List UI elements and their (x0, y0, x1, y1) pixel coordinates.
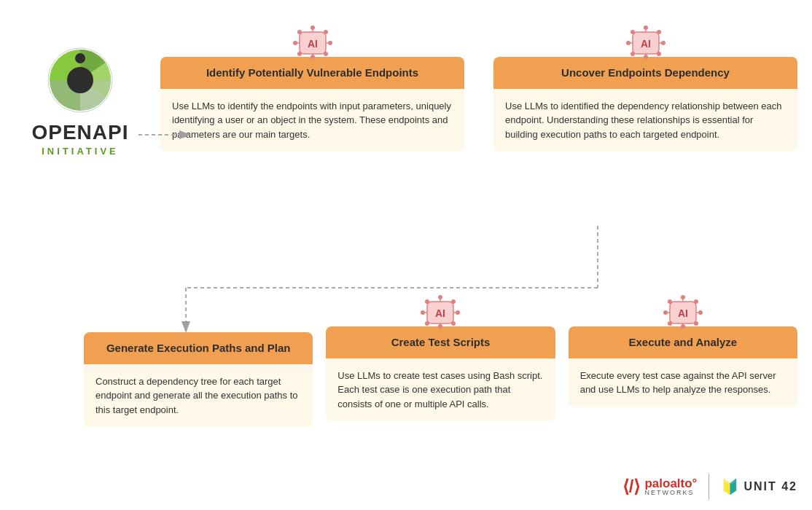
create-box-container: AI Create Test Scripts Use LLMs to creat… (326, 291, 555, 427)
svg-point-15 (324, 30, 328, 34)
execute-body: Execute every test case against the API … (569, 358, 797, 407)
generate-body: Construct a dependency tree for each tar… (84, 364, 313, 428)
identify-card: Identify Potentially Vulnerable Endpoint… (160, 57, 464, 152)
generate-header: Generate Execution Paths and Plan (84, 332, 313, 364)
svg-text:AI: AI (641, 38, 651, 50)
footer-divider (708, 474, 709, 500)
ai-icon-uncover: AI (625, 22, 666, 63)
uncover-box-container: AI Uncover Endpoints Dependency Use LLMs… (493, 22, 797, 152)
logo-initiative-text: INITIATIVE (42, 146, 118, 157)
svg-text:AI: AI (435, 307, 445, 319)
svg-point-45 (451, 321, 456, 326)
svg-point-16 (297, 52, 302, 56)
logo-area: OPENAPI INITIATIVE (22, 44, 138, 157)
svg-text:AI: AI (308, 38, 318, 50)
generate-box-container: Generate Execution Paths and Plan Constr… (84, 332, 313, 427)
ai-icon-create: AI (420, 291, 461, 332)
svg-point-17 (324, 52, 328, 56)
logo-openapi-text: OPENAPI (31, 121, 128, 144)
paloalto-networks-text: NETWORKS (644, 490, 697, 496)
svg-point-14 (297, 30, 302, 34)
execute-box-container: AI Execute and Analyze Execute every tes… (569, 291, 797, 427)
identify-box-container: AI Identify Potentially Vulnerable Endpo… (160, 22, 464, 152)
svg-point-57 (694, 299, 698, 304)
openapi-logo-icon (44, 44, 117, 117)
svg-point-42 (425, 299, 429, 304)
page: OPENAPI INITIATIVE AI (0, 0, 812, 510)
svg-point-58 (668, 321, 672, 326)
svg-point-56 (668, 299, 672, 304)
svg-point-59 (694, 321, 698, 326)
footer: ⟨/⟩ paloalto° NETWORKS 🔰 UNIT 42 (622, 474, 797, 500)
uncover-body: Use LLMs to identified the dependency re… (493, 89, 797, 152)
create-card: Create Test Scripts Use LLMs to create t… (326, 326, 555, 421)
create-body: Use LLMs to create test cases using Bash… (326, 358, 555, 422)
unit42-text: UNIT 42 (743, 480, 797, 493)
svg-point-43 (451, 299, 456, 304)
ai-icon-identify: AI (292, 22, 333, 63)
svg-point-30 (631, 52, 635, 56)
svg-text:AI: AI (678, 307, 688, 319)
svg-point-2 (75, 53, 85, 63)
ai-icon-execute: AI (663, 291, 703, 332)
paloalto-logo: ⟨/⟩ paloalto° NETWORKS (622, 476, 698, 497)
svg-point-44 (425, 321, 429, 326)
svg-point-31 (657, 52, 661, 56)
paloalto-icon: ⟨/⟩ (622, 476, 641, 497)
execute-card: Execute and Analyze Execute every test c… (569, 326, 797, 407)
identify-body: Use LLMs to identify the endpoints with … (160, 89, 464, 152)
svg-point-28 (631, 30, 635, 34)
unit42-logo: 🔰 UNIT 42 (721, 478, 797, 495)
unit42-icon: 🔰 (721, 478, 739, 495)
svg-point-29 (657, 30, 661, 34)
uncover-card: Uncover Endpoints Dependency Use LLMs to… (493, 57, 797, 152)
generate-card: Generate Execution Paths and Plan Constr… (84, 332, 313, 427)
paloalto-text: paloalto° (644, 477, 697, 490)
